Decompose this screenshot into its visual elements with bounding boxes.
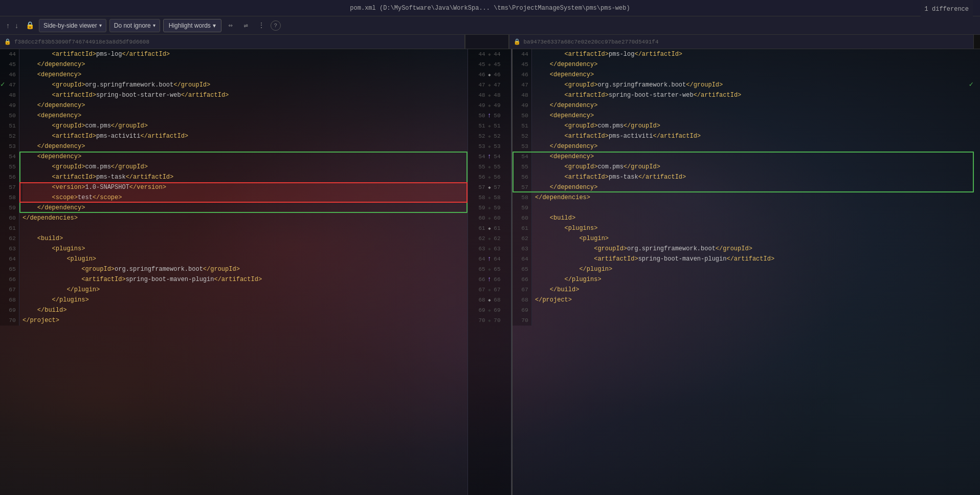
right-line-num: 47 xyxy=(513,80,531,90)
left-code-line: <artifactId>pms-activiti</artifactId> xyxy=(23,131,467,141)
left-code-line: </dependencies> xyxy=(23,213,467,223)
right-line-numbers: 4445464748495051525354555657585960616263… xyxy=(513,49,532,326)
right-code-line: <artifactId>pms-activiti</artifactId> xyxy=(535,131,980,141)
left-code-line: </dependency> xyxy=(23,141,467,152)
right-line-num: 69 xyxy=(513,305,531,315)
right-code-lines: <artifactId>pms-log</artifactId> </depen… xyxy=(532,49,980,326)
right-line-num: 44 xyxy=(513,49,531,59)
left-line-num: 55 xyxy=(0,162,19,172)
left-code-line: <groupId>com.pms</groupId> xyxy=(23,162,467,172)
left-line-num: 62 xyxy=(0,233,19,244)
right-line-num: 70 xyxy=(513,315,531,326)
left-panel-content[interactable]: 4445464748495051525354555657585960616263… xyxy=(0,49,467,495)
right-line-num: 62 xyxy=(513,233,531,244)
view-mode-label: Side-by-side viewer xyxy=(43,22,97,29)
left-code-line: <groupId>com.pms</groupId> xyxy=(23,121,467,131)
mid-line: 68◆68 xyxy=(468,295,511,305)
left-code-line: <groupId>org.springframework.boot</group… xyxy=(23,80,467,90)
left-code-line: <plugins> xyxy=(23,244,467,254)
mid-line: 52◆52 xyxy=(468,131,511,141)
left-line-num: 57 xyxy=(0,182,19,192)
left-check-mark: ✓ xyxy=(1,80,5,89)
right-line-num: 53 xyxy=(513,141,531,152)
mid-line: 56◆56 xyxy=(468,172,511,182)
right-line-num: 58 xyxy=(513,192,531,203)
right-code-line: </dependencies> xyxy=(535,192,980,203)
right-code-line: </dependency> xyxy=(535,59,980,70)
right-commit-hash: ba9473e6337a68c7e02e20cc97bae2770d5491f4 xyxy=(524,39,659,45)
mid-line: 61◆61 xyxy=(468,223,511,233)
left-line-num: 69 xyxy=(0,305,19,315)
left-line-num: 44 xyxy=(0,49,19,59)
right-line-num: 46 xyxy=(513,70,531,80)
left-code-line: <scope>test</scope> xyxy=(23,192,467,203)
right-line-num: 54 xyxy=(513,152,531,162)
right-code-line: </dependency> xyxy=(535,141,980,152)
left-line-num: 54 xyxy=(0,152,19,162)
highlight-words-button[interactable]: Highlight words ▾ xyxy=(163,19,221,32)
right-code-line: <dependency> xyxy=(535,70,980,80)
mid-line: 70◆70 xyxy=(468,315,511,326)
right-file-header: 🔒 ba9473e6337a68c7e02e20cc97bae2770d5491… xyxy=(509,35,974,49)
mid-line: 57◆57 xyxy=(468,182,511,192)
view-mode-arrow: ▾ xyxy=(99,23,102,28)
left-line-num: 64 xyxy=(0,254,19,264)
left-lock-icon: 🔒 xyxy=(4,38,11,45)
right-check-mark: ✓ xyxy=(969,80,973,89)
view-mode-button[interactable]: Side-by-side viewer ▾ xyxy=(39,19,106,32)
left-line-num: 48 xyxy=(0,90,19,100)
left-code-line: <dependency> xyxy=(23,111,467,121)
mid-line: 64↑64 xyxy=(468,254,511,264)
left-line-num: 45 xyxy=(0,59,19,70)
left-line-num: 60 xyxy=(0,213,19,223)
left-line-num: 63 xyxy=(0,244,19,254)
right-lines: 4445464748495051525354555657585960616263… xyxy=(513,49,980,326)
right-line-num: 51 xyxy=(513,121,531,131)
left-code-line: </plugin> xyxy=(23,285,467,295)
left-code-line: <artifactId>spring-boot-starter-web</art… xyxy=(23,90,467,100)
help-icon[interactable]: ? xyxy=(271,20,281,31)
right-code-line: </dependency> xyxy=(535,182,980,192)
right-line-num: 64 xyxy=(513,254,531,264)
left-commit-hash: f38dcc2f83b53090f746744918e3a8d5df9d6608 xyxy=(14,39,149,45)
nav-next-button[interactable]: ↓ xyxy=(13,20,20,31)
mid-header-spacer xyxy=(465,35,509,49)
mid-line: 65◆65 xyxy=(468,264,511,274)
left-line-num: 56 xyxy=(0,172,19,182)
right-code-line: <plugins> xyxy=(535,223,980,233)
right-line-num: 56 xyxy=(513,172,531,182)
right-code-line: <groupId>org.springframework.boot</group… xyxy=(535,80,980,90)
ignore-label: Do not ignore xyxy=(114,22,151,29)
right-line-num: 65 xyxy=(513,264,531,274)
collapse-icon[interactable]: ⇔ xyxy=(225,19,237,32)
right-code-line: <plugin> xyxy=(535,233,980,244)
right-line-num: 67 xyxy=(513,285,531,295)
left-line-num: 70 xyxy=(0,315,19,326)
right-code-line: </dependency> xyxy=(535,100,980,111)
diff-area: ✓ 44454647484950515253545556575859606162… xyxy=(0,49,980,495)
right-code-line xyxy=(535,305,980,315)
left-code-line: <dependency> xyxy=(23,152,467,162)
titlebar: pom.xml (D:\MySoftware\Java\WorkSpa... \… xyxy=(0,0,980,16)
right-code-line: <groupId>org.springframework.boot</group… xyxy=(535,244,980,254)
left-code-line xyxy=(23,223,467,233)
nav-arrows: ↑ ↓ xyxy=(4,20,20,31)
toolbar: ↑ ↓ 🔒 Side-by-side viewer ▾ Do not ignor… xyxy=(0,16,980,35)
mid-line: 63◆63 xyxy=(468,244,511,254)
more-options-icon[interactable]: ⋮ xyxy=(255,19,268,32)
ignore-button[interactable]: Do not ignore ▾ xyxy=(109,19,160,32)
nav-prev-button[interactable]: ↑ xyxy=(4,20,12,31)
mid-line: 48◆48 xyxy=(468,90,511,100)
right-code-line: <artifactId>pms-log</artifactId> xyxy=(535,49,980,59)
right-line-num: 52 xyxy=(513,131,531,141)
right-line-num: 55 xyxy=(513,162,531,172)
sync-scroll-icon[interactable]: ⇌ xyxy=(240,19,252,32)
left-line-num: 67 xyxy=(0,285,19,295)
left-code-line: <version>1.0-SNAPSHOT</version> xyxy=(23,182,467,192)
right-panel-content[interactable]: 4445464748495051525354555657585960616263… xyxy=(513,49,980,495)
left-file-header: 🔒 f38dcc2f83b53090f746744918e3a8d5df9d66… xyxy=(0,35,465,49)
window-title: pom.xml (D:\MySoftware\Java\WorkSpa... \… xyxy=(4,5,976,12)
left-code-line: </dependency> xyxy=(23,100,467,111)
left-line-num: 51 xyxy=(0,121,19,131)
left-line-numbers: 4445464748495051525354555657585960616263… xyxy=(0,49,19,326)
